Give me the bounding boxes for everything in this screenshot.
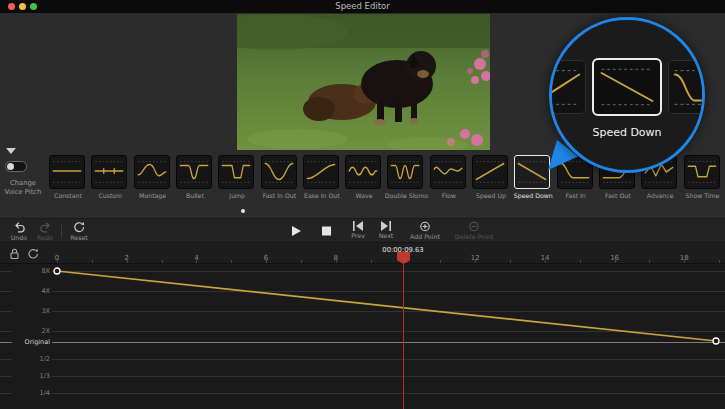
prev-label: Prev [345, 232, 371, 239]
undo-label: Undo [6, 234, 32, 241]
magnified-preset-speed-down [592, 58, 662, 116]
magnifier-callout: Speed Down [549, 17, 705, 173]
magnifier-label: Speed Down [552, 126, 702, 139]
preset-label: Speed Down [510, 192, 556, 199]
next-icon [380, 221, 392, 231]
collapse-arrow-icon[interactable] [6, 148, 16, 154]
preset-label: Speed Up [468, 192, 514, 199]
toolbar-separator [61, 224, 62, 238]
preset-thumbnail [387, 155, 423, 189]
preset-label: Fast Out [595, 192, 641, 199]
preset-custom[interactable]: Custom [90, 155, 130, 207]
preset-jump[interactable]: Jump [217, 155, 257, 207]
magnified-preset-fast-in [668, 60, 705, 114]
play-icon [291, 225, 302, 237]
preset-label: Flow [426, 192, 472, 199]
preset-fastinout[interactable]: Fast In Out [260, 155, 300, 207]
speed-curve-line[interactable] [57, 271, 716, 341]
puppies-video-frame [237, 14, 490, 150]
preset-label: Constant [45, 192, 91, 199]
preset-label: Montage [130, 192, 176, 199]
preset-constant[interactable]: Constant [48, 155, 88, 207]
preset-label: Wave [341, 192, 387, 199]
undo-button[interactable]: Undo [6, 221, 32, 241]
preset-label: Show Time [680, 192, 725, 199]
preset-thumbnail [91, 155, 127, 189]
curve-end-point[interactable] [713, 338, 719, 344]
voice-pitch-line1: Change [0, 179, 46, 188]
preset-label: Ease In Out [299, 192, 345, 199]
preset-thumbnail [303, 155, 339, 189]
window-title: Speed Editor [0, 1, 725, 11]
voice-pitch-line2: Voice Pitch [0, 188, 46, 197]
voice-pitch-label: Change Voice Pitch [0, 179, 46, 197]
delete-point-button[interactable]: Delete Point [449, 221, 499, 241]
preset-showtime[interactable]: Show Time [683, 155, 723, 207]
magnified-preset-speed-up [549, 60, 586, 114]
preset-speeddown[interactable]: Speed Down [513, 155, 553, 207]
redo-icon [39, 221, 52, 233]
prev-frame-button[interactable]: Prev [345, 221, 371, 241]
refresh-icon[interactable] [27, 247, 39, 260]
stop-icon [321, 225, 332, 237]
preset-label: Custom [87, 192, 133, 199]
preset-doubleslomo[interactable]: Double Slomo [386, 155, 426, 207]
voice-pitch-toggle[interactable] [5, 161, 27, 172]
speed-curve-editor[interactable]: 8X4X3X2XOriginal1/21/31/4 [0, 263, 725, 409]
next-label: Next [373, 232, 399, 239]
preset-thumbnail [472, 155, 508, 189]
preset-wave[interactable]: Wave [344, 155, 384, 207]
preset-label: Jump [214, 192, 260, 199]
delete-point-label: Delete Point [449, 233, 499, 240]
preset-thumbnail [261, 155, 297, 189]
undo-icon [13, 221, 26, 233]
redo-button[interactable]: Redo [32, 221, 58, 241]
prev-icon [352, 221, 364, 231]
redo-label: Redo [32, 234, 58, 241]
titlebar: Speed Editor [0, 0, 725, 13]
toolbar: Undo Redo Reset [0, 218, 725, 242]
reset-label: Reset [64, 234, 94, 241]
stop-button[interactable] [313, 221, 339, 241]
delete-point-icon [468, 221, 480, 232]
playhead-line[interactable] [403, 264, 404, 409]
video-preview [237, 14, 490, 150]
play-button[interactable] [283, 221, 309, 241]
strip-scroll-dot[interactable] [241, 209, 245, 213]
next-frame-button[interactable]: Next [373, 221, 399, 241]
preset-flow[interactable]: Flow [429, 155, 469, 207]
preset-label: Fast In Out [257, 192, 303, 199]
lock-icon[interactable] [8, 247, 21, 260]
speed-curve [0, 264, 725, 409]
add-point-icon [419, 221, 431, 232]
curve-start-point[interactable] [54, 268, 60, 274]
preset-speedup[interactable]: Speed Up [471, 155, 511, 207]
preset-montage[interactable]: Montage [133, 155, 173, 207]
preset-thumbnail [218, 155, 254, 189]
reset-icon [73, 221, 85, 233]
reset-button[interactable]: Reset [64, 221, 94, 241]
speed-editor-window: Speed Editor [0, 0, 725, 409]
preset-thumbnail [49, 155, 85, 189]
preset-label: Bullet [172, 192, 218, 199]
preset-easeinout[interactable]: Ease In Out [302, 155, 342, 207]
preset-label: Fast In [553, 192, 599, 199]
toggle-knob [7, 163, 14, 170]
preset-thumbnail [684, 155, 720, 189]
preset-label: Advance [637, 192, 683, 199]
preset-thumbnail [345, 155, 381, 189]
preset-thumbnail [430, 155, 466, 189]
preset-thumbnail [176, 155, 212, 189]
preset-thumbnail [134, 155, 170, 189]
preset-thumbnail [514, 155, 550, 189]
add-point-button[interactable]: Add Point [403, 221, 447, 241]
timeline-ruler[interactable]: 00:00:09.63 024681012141618 [0, 242, 725, 263]
preset-label: Double Slomo [383, 192, 429, 199]
preset-bullet[interactable]: Bullet [175, 155, 215, 207]
add-point-label: Add Point [403, 233, 447, 240]
